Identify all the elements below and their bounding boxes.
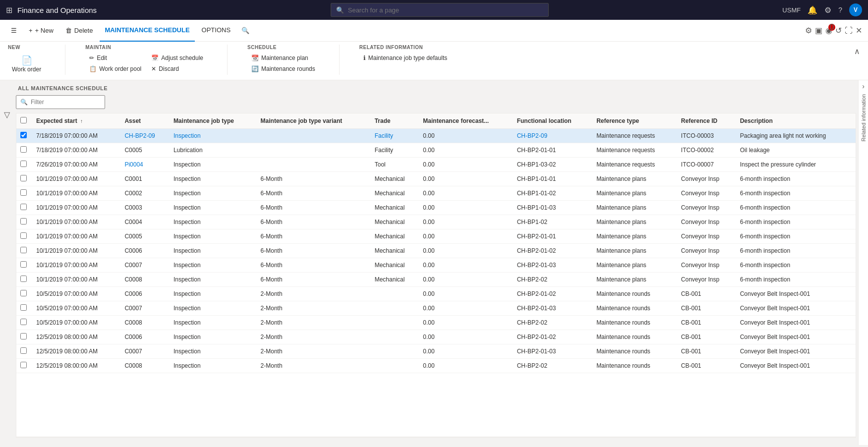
cell-expected-start: 7/18/2019 07:00:00 AM [32, 129, 120, 143]
row-checkbox[interactable] [20, 290, 27, 296]
ribbon-maintenance-plan-btn[interactable]: 📆 Maintenance plan [247, 53, 319, 63]
cell-reference-id: ITCO-00003 [677, 129, 736, 143]
th-maintenance-job-type-variant[interactable]: Maintenance job type variant [257, 113, 371, 129]
row-checkbox[interactable] [20, 276, 27, 282]
row-checkbox[interactable] [20, 146, 27, 153]
table-row[interactable]: 10/5/2019 07:00:00 AMC0007Inspection2-Mo… [16, 301, 856, 316]
table-row[interactable]: 10/5/2019 07:00:00 AMC0006Inspection2-Mo… [16, 287, 856, 301]
cell-maintenance-forecast: 0.00 [419, 143, 513, 158]
cell-asset[interactable]: Pi0004 [120, 158, 169, 172]
row-checkbox[interactable] [20, 218, 27, 224]
cell-asset: C0007 [120, 344, 169, 359]
side-panel-tab-label[interactable]: Related information [859, 90, 868, 145]
row-checkbox[interactable] [20, 189, 27, 196]
select-all-checkbox[interactable] [20, 117, 27, 123]
table-row[interactable]: 10/1/2019 07:00:00 AMC0007Inspection6-Mo… [16, 258, 856, 273]
ribbon-work-order-pool-btn[interactable]: 📋 Work order pool [85, 64, 145, 74]
row-checkbox[interactable] [20, 161, 27, 167]
ribbon-work-order-btn[interactable]: 📄 Work order [8, 53, 45, 75]
cell-functional-location[interactable]: CH-BP2-09 [513, 129, 592, 143]
tab-maintenance-schedule[interactable]: MAINTENANCE SCHEDULE [100, 20, 194, 42]
avatar[interactable]: V [849, 3, 862, 16]
cell-expected-start: 10/1/2019 07:00:00 AM [32, 258, 120, 273]
table-row[interactable]: 7/18/2019 07:00:00 AMC0005LubricationFac… [16, 143, 856, 158]
tab-options[interactable]: OPTIONS [197, 20, 236, 42]
th-reference-id[interactable]: Reference ID [677, 113, 736, 129]
table-row[interactable]: 7/26/2019 07:00:00 AMPi0004InspectionToo… [16, 158, 856, 172]
row-checkbox[interactable] [20, 175, 27, 181]
table-row[interactable]: 12/5/2019 08:00:00 AMC0007Inspection2-Mo… [16, 344, 856, 359]
ribbon-edit-btn[interactable]: ✏ Edit [85, 53, 145, 63]
filter-input[interactable] [31, 99, 101, 106]
cell-reference-id: Conveyor Insp [677, 258, 736, 273]
th-reference-type[interactable]: Reference type [592, 113, 677, 129]
cell-reference-type: Maintenance plans [592, 244, 677, 258]
th-expected-start[interactable]: Expected start ↑ [32, 113, 120, 129]
cell-maintenance-job-type[interactable]: Inspection [170, 129, 257, 143]
table-row[interactable]: 10/1/2019 07:00:00 AMC0005Inspection6-Mo… [16, 229, 856, 244]
close-icon[interactable]: ✕ [856, 26, 862, 35]
help-icon[interactable]: ? [838, 6, 842, 14]
cell-functional-location: CH-BP2-01-03 [513, 258, 592, 273]
cell-asset: C0007 [120, 258, 169, 273]
search-input[interactable] [348, 6, 543, 14]
search-tab-icon[interactable]: 🔍 [241, 27, 249, 34]
table-row[interactable]: 10/5/2019 07:00:00 AMC0008Inspection2-Mo… [16, 316, 856, 330]
cell-trade[interactable]: Facility [371, 129, 419, 143]
ribbon-adjust-schedule-btn[interactable]: 📅 Adjust schedule [147, 53, 207, 63]
office-icon[interactable]: ▣ [815, 26, 822, 35]
notifications-icon[interactable]: 🔔 [808, 5, 817, 15]
personalize-icon[interactable]: ⚙ [805, 26, 812, 35]
table-row[interactable]: 10/1/2019 07:00:00 AMC0001Inspection6-Mo… [16, 172, 856, 186]
refresh-icon[interactable]: ↺ [835, 26, 842, 35]
table-row[interactable]: 10/1/2019 07:00:00 AMC0006Inspection6-Mo… [16, 244, 856, 258]
hamburger-button[interactable]: ☰ [6, 23, 22, 39]
table-row[interactable]: 7/18/2019 07:00:00 AMCH-BP2-09Inspection… [16, 129, 856, 143]
ribbon-maintenance-job-type-defaults-btn[interactable]: ℹ Maintenance job type defaults [359, 53, 451, 63]
row-checkbox[interactable] [20, 304, 27, 311]
table-row[interactable]: 10/1/2019 07:00:00 AMC0004Inspection6-Mo… [16, 215, 856, 229]
row-checkbox[interactable] [20, 247, 27, 253]
grid-icon[interactable]: ⊞ [6, 5, 12, 15]
cell-functional-location: CH-BP1-02 [513, 215, 592, 229]
side-panel-collapse-btn[interactable]: › [859, 82, 868, 90]
horizontal-scrollbar[interactable] [16, 437, 856, 443]
row-checkbox[interactable] [20, 204, 27, 210]
row-checkbox[interactable] [20, 319, 27, 325]
table-row[interactable]: 12/5/2019 08:00:00 AMC0008Inspection2-Mo… [16, 359, 856, 373]
delete-button[interactable]: 🗑 Delete [60, 23, 98, 39]
cell-reference-id: ITCO-00002 [677, 143, 736, 158]
row-checkbox[interactable] [20, 261, 27, 268]
expand-icon[interactable]: ⛶ [845, 26, 853, 35]
ribbon-group-maintain: MAINTAIN ✏ Edit 📋 Work order pool 📅 Adju… [85, 45, 207, 75]
new-button[interactable]: + + New [24, 23, 58, 39]
row-checkbox[interactable] [20, 232, 27, 239]
filter-icon[interactable]: ▽ [4, 110, 10, 119]
th-functional-location[interactable]: Functional location [513, 113, 592, 129]
table-row[interactable]: 10/1/2019 07:00:00 AMC0003Inspection6-Mo… [16, 201, 856, 215]
cell-maintenance-job-type-variant: 6-Month [257, 172, 371, 186]
row-checkbox[interactable] [20, 132, 27, 138]
ribbon-discard-btn[interactable]: ✕ Discard [147, 64, 207, 74]
row-checkbox[interactable] [20, 362, 27, 368]
badge-notifications-icon[interactable]: ◉ 0 [825, 26, 832, 35]
ribbon-maintenance-rounds-btn[interactable]: 🔄 Maintenance rounds [247, 64, 319, 74]
cell-asset: C0008 [120, 273, 169, 287]
cell-asset[interactable]: CH-BP2-09 [120, 129, 169, 143]
th-description[interactable]: Description [736, 113, 856, 129]
row-checkbox[interactable] [20, 347, 27, 354]
th-maintenance-forecast[interactable]: Maintenance forecast... [419, 113, 513, 129]
cell-reference-id: CB-001 [677, 287, 736, 301]
cell-maintenance-forecast: 0.00 [419, 316, 513, 330]
list-header: ALL MAINTENANCE SCHEDULE [16, 82, 856, 93]
th-asset[interactable]: Asset [120, 113, 169, 129]
cell-description: 6-month inspection [736, 258, 856, 273]
row-checkbox[interactable] [20, 333, 27, 339]
table-row[interactable]: 12/5/2019 08:00:00 AMC0006Inspection2-Mo… [16, 330, 856, 344]
ribbon-collapse-icon[interactable]: ∧ [854, 47, 860, 56]
th-trade[interactable]: Trade [371, 113, 419, 129]
th-maintenance-job-type[interactable]: Maintenance job type [170, 113, 257, 129]
settings-icon[interactable]: ⚙ [824, 5, 831, 15]
table-row[interactable]: 10/1/2019 07:00:00 AMC0008Inspection6-Mo… [16, 273, 856, 287]
table-row[interactable]: 10/1/2019 07:00:00 AMC0002Inspection6-Mo… [16, 186, 856, 201]
